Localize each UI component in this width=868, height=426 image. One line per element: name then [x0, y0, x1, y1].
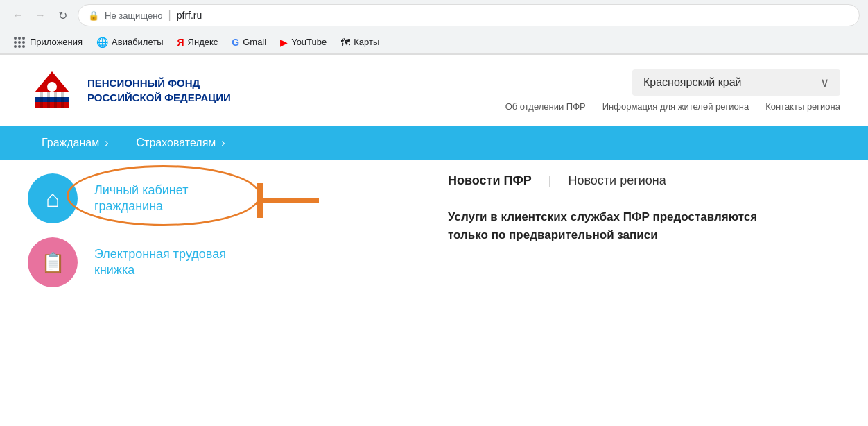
tab-news-region[interactable]: Новости региона: [568, 173, 666, 188]
etrudovaya-link-text: Электронная трудоваякнижка: [94, 247, 226, 277]
news-tab-separator: |: [548, 173, 552, 188]
bookmark-yandex[interactable]: Я Яндекс: [172, 35, 224, 50]
left-panel: ⌂ Личный кабинетгражданина 📋 Электронная…: [28, 173, 420, 301]
book-icon: 📋: [41, 251, 65, 274]
browser-toolbar: ← → ↻ 🔒 Не защищено | pfrf.ru: [0, 0, 868, 31]
bookmark-youtube[interactable]: ▶ YouTube: [275, 35, 332, 50]
bookmark-yandex-label: Яндекс: [188, 37, 218, 47]
logo-svg: [28, 66, 76, 114]
nav-insurers-chevron: ›: [221, 137, 225, 149]
info-link[interactable]: Информация для жителей региона: [602, 101, 749, 112]
service-item-etrudovaya: 📋 Электронная трудоваякнижка: [28, 237, 420, 287]
contacts-link[interactable]: Контакты региона: [765, 101, 840, 112]
logo-area: ПЕНСИОННЫЙ ФОНД РОССИЙСКОЙ ФЕДЕРАЦИИ: [28, 66, 231, 114]
refresh-button[interactable]: ↻: [53, 6, 72, 25]
forward-button[interactable]: →: [31, 6, 50, 25]
etrudovaya-icon-circle: 📋: [28, 237, 78, 287]
nav-bar: Гражданам › Страхователям ›: [0, 126, 868, 160]
nav-citizens[interactable]: Гражданам ›: [28, 126, 123, 160]
nav-insurers-label: Страхователям: [137, 137, 216, 149]
bookmark-maps-label: Карты: [354, 37, 379, 47]
svg-rect-3: [35, 97, 69, 102]
logo-text: ПЕНСИОННЫЙ ФОНД РОССИЙСКОЙ ФЕДЕРАЦИИ: [87, 76, 231, 105]
bookmark-avia[interactable]: 🌐 Авиабилеты: [91, 35, 168, 50]
header-right: Красноярский край ∨ Об отделении ПФР Инф…: [505, 69, 840, 112]
about-link[interactable]: Об отделении ПФР: [505, 101, 586, 112]
right-panel: Новости ПФР | Новости региона Услуги в к…: [448, 173, 840, 301]
bookmark-youtube-label: YouTube: [291, 37, 327, 47]
lock-icon: 🔒: [88, 10, 99, 21]
url-text: pfrf.ru: [177, 10, 202, 21]
svg-point-1: [46, 81, 58, 92]
arrow-svg: [257, 183, 326, 218]
header-links: Об отделении ПФР Информация для жителей …: [505, 101, 840, 112]
bookmarks-bar: Приложения 🌐 Авиабилеты Я Яндекс G Gmail…: [0, 31, 868, 54]
bookmark-gmail-label: Gmail: [243, 37, 266, 47]
yandex-icon: Я: [177, 37, 184, 48]
etrudovaya-link[interactable]: Электронная трудоваякнижка: [94, 246, 226, 279]
cabinet-link[interactable]: Личный кабинетгражданина: [94, 182, 188, 215]
apps-grid-icon: [14, 37, 25, 48]
news-headline: Услуги в клиентских службах ПФР предоста…: [448, 208, 781, 244]
svg-rect-5: [40, 92, 43, 108]
svg-rect-8: [61, 92, 64, 108]
tab-news-pfr[interactable]: Новости ПФР: [448, 173, 532, 188]
maps-icon: 🗺: [340, 37, 350, 48]
nav-citizens-chevron: ›: [105, 137, 108, 149]
website: ПЕНСИОННЫЙ ФОНД РОССИЙСКОЙ ФЕДЕРАЦИИ Кра…: [0, 55, 868, 315]
bookmark-apps-label: Приложения: [30, 37, 83, 47]
svg-rect-4: [35, 102, 69, 108]
house-icon: ⌂: [46, 185, 60, 212]
browser-chrome: ← → ↻ 🔒 Не защищено | pfrf.ru Приложения…: [0, 0, 868, 55]
region-selector[interactable]: Красноярский край ∨: [632, 69, 840, 96]
nav-buttons: ← → ↻: [8, 6, 72, 25]
svg-rect-2: [35, 92, 69, 97]
url-separator: |: [168, 9, 171, 22]
youtube-icon: ▶: [280, 37, 288, 48]
region-name: Красноярский край: [643, 76, 812, 89]
nav-insurers[interactable]: Страхователям ›: [123, 126, 239, 160]
nav-citizens-label: Гражданам: [42, 137, 99, 149]
bookmark-apps[interactable]: Приложения: [8, 35, 88, 50]
pfr-logo: [28, 66, 76, 114]
chevron-down-icon: ∨: [820, 75, 829, 90]
cabinet-icon-circle: ⌂: [28, 173, 78, 223]
gmail-icon: G: [232, 37, 239, 48]
not-secure-text: Не защищено: [105, 10, 163, 21]
bookmark-maps[interactable]: 🗺 Карты: [335, 35, 385, 50]
bookmark-avia-label: Авиабилеты: [112, 37, 163, 47]
arrow-container: [257, 183, 326, 221]
globe-icon: 🌐: [96, 37, 108, 48]
news-tabs: Новости ПФР | Новости региона: [448, 173, 840, 194]
address-bar[interactable]: 🔒 Не защищено | pfrf.ru: [78, 4, 860, 26]
site-header: ПЕНСИОННЫЙ ФОНД РОССИЙСКОЙ ФЕДЕРАЦИИ Кра…: [0, 55, 868, 126]
back-button[interactable]: ←: [8, 6, 28, 25]
svg-rect-7: [54, 92, 57, 108]
cabinet-link-text: Личный кабинетгражданина: [94, 183, 188, 213]
service-item-cabinet: ⌂ Личный кабинетгражданина: [28, 173, 420, 223]
main-content: ⌂ Личный кабинетгражданина 📋 Электронная…: [0, 160, 868, 315]
bookmark-gmail[interactable]: G Gmail: [226, 35, 272, 50]
svg-rect-6: [47, 92, 50, 108]
